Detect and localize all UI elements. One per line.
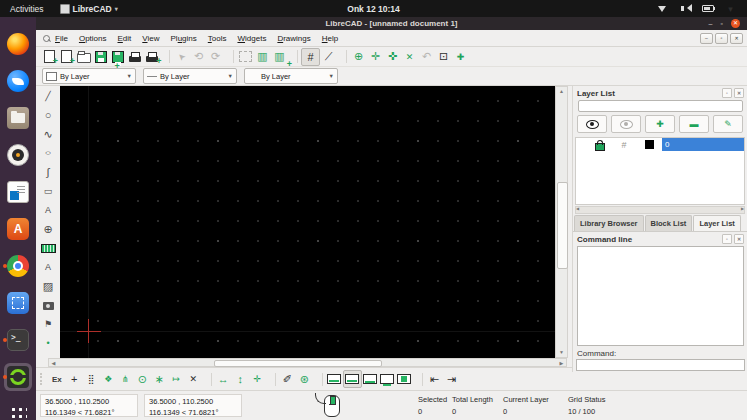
dock-item-app-grid[interactable] [4, 400, 32, 420]
line-icon[interactable]: ╱ [39, 87, 57, 105]
network-icon[interactable] [653, 1, 670, 17]
scroll-down-arrow-icon[interactable]: ▼ [556, 348, 567, 357]
snap-distance-icon[interactable]: ↦ [168, 371, 185, 387]
lock-icon[interactable] [588, 139, 612, 151]
new-icon[interactable] [41, 49, 58, 65]
scroll-right-arrow-icon[interactable]: ▶ [741, 206, 744, 211]
dock-item-screenshot-tool[interactable] [4, 289, 32, 317]
zoom-out-icon[interactable]: ✜ [384, 49, 401, 65]
layer-color-swatch[interactable] [636, 140, 662, 149]
undo-icon[interactable]: ⟲ [190, 49, 207, 65]
view-screen-2-icon[interactable] [343, 370, 362, 388]
open-icon[interactable] [75, 49, 92, 65]
snap-grid-icon[interactable]: ⣿ [83, 371, 100, 387]
layer-list-hscrollbar[interactable]: ◀ ▶ [575, 206, 745, 214]
lock-relative-zero-icon[interactable]: ⊛ [296, 371, 313, 387]
layer-row[interactable]: # 0 [576, 138, 744, 151]
volume-icon[interactable] [676, 1, 693, 17]
mtext-icon[interactable]: A [39, 201, 57, 219]
ellipse-icon[interactable]: ○ [39, 144, 57, 162]
point-icon[interactable]: • [39, 334, 57, 352]
workspace-icon[interactable]: ▥ [254, 49, 271, 65]
auto-zoom-icon[interactable]: ✛ [367, 49, 384, 65]
snap-middle-icon[interactable]: ∗ [151, 371, 168, 387]
menu-drawings[interactable]: Drawings [277, 34, 310, 43]
layer-filter-input[interactable] [578, 100, 743, 112]
scroll-left-arrow-icon[interactable]: ◀ [576, 206, 579, 211]
insert-icon[interactable]: ▭ [39, 182, 57, 200]
draft-mode-icon[interactable]: ⟋ [320, 49, 337, 65]
command-input[interactable] [576, 359, 745, 371]
next-workspace-icon[interactable]: ⇥ [443, 371, 460, 387]
print-icon[interactable] [126, 49, 143, 65]
circle-icon[interactable]: ○ [39, 106, 57, 124]
pan-icon[interactable]: ✚ [452, 49, 469, 65]
chevron-down-icon[interactable]: ▾ [722, 1, 739, 17]
show-all-layers-button[interactable] [577, 115, 607, 133]
cmd-dock-float-button[interactable]: ▫ [722, 234, 732, 244]
view-screen-1-icon[interactable] [326, 371, 343, 387]
pen-color-combo[interactable]: By Layer ▼ [42, 68, 136, 84]
zoom-in-icon[interactable]: ⊕ [350, 49, 367, 65]
layer-dock-float-button[interactable]: ▫ [722, 88, 732, 98]
close-button[interactable]: ✕ [731, 19, 740, 28]
document-icon[interactable] [42, 34, 51, 43]
snap-free-icon[interactable]: + [66, 371, 83, 387]
tab-library-browser[interactable]: Library Browser [574, 215, 644, 231]
snap-center-icon[interactable]: ⊙ [134, 371, 151, 387]
vertical-scroll-thumb[interactable] [557, 182, 568, 269]
menu-help[interactable]: Help [322, 34, 338, 43]
dock-item-ubuntu-software[interactable] [4, 215, 32, 243]
minimize-button[interactable]: – [709, 19, 713, 28]
curve-icon[interactable]: ∿ [39, 125, 57, 143]
dock-item-terminal[interactable] [4, 326, 32, 354]
restrict-horizontal-icon[interactable]: ↔ [215, 371, 232, 387]
layer-name[interactable]: 0 [662, 138, 744, 151]
scroll-left-arrow-icon[interactable]: ◀ [49, 359, 58, 366]
system-tray[interactable]: ▾ [653, 1, 747, 17]
remove-layer-button[interactable]: ▬ [679, 115, 709, 133]
scroll-up-arrow-icon[interactable]: ▲ [556, 87, 567, 96]
toolbar-drag-handle[interactable] [40, 373, 45, 385]
image-icon[interactable] [39, 296, 57, 314]
menu-view[interactable]: View [142, 34, 159, 43]
dim-center-icon[interactable]: ⊕ [39, 220, 57, 238]
snap-intersection-icon[interactable]: ✕ [185, 371, 202, 387]
layer-dock-close-button[interactable]: ✕ [734, 88, 744, 98]
menu-edit[interactable]: Edit [118, 34, 132, 43]
pen-linetype-combo[interactable]: By Layer ▼ [244, 68, 338, 84]
text-icon[interactable]: A [39, 258, 57, 276]
cmd-dock-close-button[interactable]: ✕ [734, 234, 744, 244]
exclusive-snap-label[interactable]: Ex [48, 375, 66, 384]
set-relative-zero-icon[interactable]: ✐ [279, 371, 296, 387]
restrict-orthogonal-icon[interactable]: ✛ [249, 371, 266, 387]
scroll-right-arrow-icon[interactable]: ▶ [557, 359, 566, 366]
prev-workspace-icon[interactable]: ⇤ [426, 371, 443, 387]
save-icon[interactable] [92, 49, 109, 65]
dock-item-librecad[interactable] [4, 363, 32, 391]
workspace-add-icon[interactable]: ▥ [271, 49, 288, 65]
activities-button[interactable]: Activities [0, 4, 54, 14]
mdi-restore-button[interactable]: ▫ [715, 33, 728, 44]
dock-item-rhythmbox[interactable] [4, 141, 32, 169]
dock-item-firefox[interactable] [4, 30, 32, 58]
dock-item-libreoffice-writer[interactable] [4, 178, 32, 206]
add-layer-button[interactable]: ✚ [645, 115, 675, 133]
zoom-window-icon[interactable]: ⊡ [435, 49, 452, 65]
construction-icon[interactable]: # [612, 140, 636, 150]
view-screen-4-icon[interactable] [379, 371, 396, 387]
print-preview-icon[interactable] [143, 49, 160, 65]
mdi-minimize-button[interactable]: – [700, 33, 713, 44]
redo-icon[interactable]: ⟳ [207, 49, 224, 65]
restore-button[interactable]: ▫ [721, 19, 723, 28]
canvas-horizontal-scrollbar[interactable]: ◀ ▶ [48, 358, 567, 367]
canvas-vertical-scrollbar[interactable]: ▲ ▼ [555, 86, 568, 358]
restrict-vertical-icon[interactable]: ↕ [232, 371, 249, 387]
block-icon[interactable]: ⚑ [39, 315, 57, 333]
new-from-template-icon[interactable] [58, 49, 75, 65]
menu-options[interactable]: Options [79, 34, 107, 43]
horizontal-scroll-thumb[interactable] [214, 360, 382, 367]
tab-layer-list[interactable]: Layer List [693, 215, 740, 231]
dock-item-chrome[interactable] [4, 252, 32, 280]
hatch-icon[interactable]: ▨ [39, 277, 57, 295]
